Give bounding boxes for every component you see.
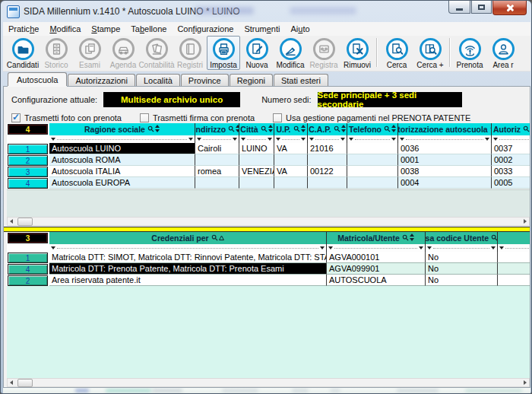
minimize-button[interactable] [448,1,470,14]
table-cell[interactable] [498,263,530,275]
sort-icon[interactable] [391,125,396,134]
search-icon[interactable] [523,125,530,134]
table-cell[interactable]: No [426,263,498,275]
table-cell[interactable]: VA [274,143,308,154]
checkbox-icon[interactable] [140,113,149,122]
column-header-Matricola/Utente[interactable]: Matricola/Utente [327,232,426,244]
filter-dropdown-icon[interactable] [400,138,404,141]
toolbar-imposta-button[interactable]: Imposta [207,36,240,70]
filter-cell[interactable] [347,135,398,143]
table-cell[interactable]: 00122 [308,166,347,177]
menu-modifica[interactable]: Modifica [44,24,86,34]
filter-dropdown-icon[interactable] [301,138,306,141]
filter-dropdown-icon[interactable] [427,246,432,249]
sort-icon[interactable] [268,125,273,134]
tab-province[interactable]: Province [181,74,229,86]
filter-cell[interactable] [327,244,426,252]
scroll-left-icon[interactable] [8,219,16,224]
toolbar-cerca-button[interactable]: Cerca [380,36,413,69]
filter-cell[interactable] [239,135,274,143]
table-row[interactable]: 4Matricola DTT: Prenota Patente, Matrico… [7,263,530,275]
table-cell[interactable]: VA [274,166,308,177]
checkbox-usa-gestione-pagamenti[interactable]: Usa gestione pagamenti nel PRENOTA PATEN… [273,113,470,122]
search-icon[interactable] [228,125,235,134]
table-cell[interactable]: Autoscuola ROMA [49,154,195,166]
sort-icon[interactable] [301,125,306,134]
table-row[interactable]: 2Autoscuola ROMA00010002 [7,154,530,166]
table-cell[interactable] [274,154,308,166]
column-header-Autoriz[interactable]: Autoriz [492,123,530,135]
menu-aiuto[interactable]: Aiuto [285,24,315,34]
filter-dropdown-icon[interactable] [197,138,201,141]
table-cell[interactable]: romea [195,166,239,177]
table-cell[interactable]: 0005 [492,177,530,189]
sort-icon[interactable] [341,125,346,134]
filter-cell[interactable] [308,135,347,143]
table-cell[interactable] [308,177,347,189]
maximize-button[interactable] [471,1,492,14]
table-cell[interactable]: 0037 [492,143,530,154]
checkbox-icon[interactable] [273,113,282,122]
table-cell[interactable]: 21016 [308,143,347,154]
checkbox-trasmetti-foto-con[interactable]: Trasmetti foto con prenota [11,113,122,122]
table-cell[interactable]: No [426,275,498,286]
toolbar-area-riservata-button[interactable]: Area r [486,36,520,69]
table-row[interactable]: 2Area riservata patente.itAUTOSCUOLANo [7,275,530,286]
filter-dropdown-icon[interactable] [309,138,314,141]
filter-dropdown-icon[interactable] [485,138,489,141]
table-cell[interactable]: AGVA000101 [327,252,426,263]
table-cell[interactable] [498,275,530,286]
toolbar-nuova-button[interactable]: Nuova [240,36,274,69]
column-header-Credenziali per[interactable]: Credenziali per [49,232,327,244]
table-cell[interactable]: 0001 [398,154,492,166]
scroll-right-icon[interactable] [521,380,529,385]
filter-dropdown-icon[interactable] [268,138,272,141]
search-icon[interactable] [293,125,300,134]
filter-dropdown-icon[interactable] [340,138,345,141]
table-cell[interactable] [347,143,398,154]
table-cell[interactable] [347,154,398,166]
table-cell[interactable] [347,166,398,177]
checkbox-trasmetti-firma-con[interactable]: Trasmetti firma con prenota [140,113,255,122]
search-icon[interactable] [261,125,268,134]
filter-dropdown-icon[interactable] [499,246,504,249]
column-header-U.P.[interactable]: U.P. [274,123,308,135]
scrollbar-thumb[interactable] [17,379,33,387]
table-cell[interactable] [239,177,274,189]
sort-icon[interactable] [155,125,160,134]
table-cell[interactable]: 0002 [492,154,530,166]
table-cell[interactable] [274,177,308,189]
filter-cell[interactable] [49,135,195,143]
filter-cell[interactable] [195,135,239,143]
table-cell[interactable]: Autoscuola EUROPA [49,177,195,189]
search-icon[interactable] [334,125,340,134]
table-cell[interactable]: Matricola DTT: Prenota Patente, Matricol… [49,263,327,275]
table-cell[interactable]: 0038 [398,166,492,177]
filter-dropdown-icon[interactable] [320,246,325,249]
search-icon[interactable] [491,234,498,243]
column-header-Indirizzo[interactable]: Indirizzo [195,123,239,135]
row-number[interactable]: 4 [8,178,48,189]
menu-stampe[interactable]: Stampe [86,24,125,34]
tab-regioni[interactable]: Regioni [230,74,273,86]
filter-dropdown-icon[interactable] [491,246,496,249]
search-icon[interactable] [384,125,391,134]
menu-pratiche[interactable]: Pratiche [3,24,44,34]
filter-cell[interactable] [426,244,498,252]
filter-cell[interactable] [492,135,530,143]
row-number[interactable]: 2 [8,275,48,286]
toolbar-candidati-button[interactable]: Candidati [6,36,40,69]
search-icon[interactable] [211,234,218,243]
row-number[interactable]: 3 [8,167,48,177]
table-cell[interactable]: Autoscuola LUINO [49,143,195,154]
table-cell[interactable]: 0033 [492,166,530,177]
row-number[interactable]: 1 [8,144,48,154]
sort-icon[interactable] [219,234,224,243]
toolbar-cerca-plus-button[interactable]: Cerca + [413,36,447,69]
tab-località[interactable]: Località [136,74,180,86]
row-number[interactable]: 1 [8,253,48,263]
table-cell[interactable]: Area riservata patente.it [49,275,327,286]
close-button[interactable] [492,1,527,15]
filter-dropdown-icon[interactable] [233,138,237,141]
table-cell[interactable] [195,177,239,189]
